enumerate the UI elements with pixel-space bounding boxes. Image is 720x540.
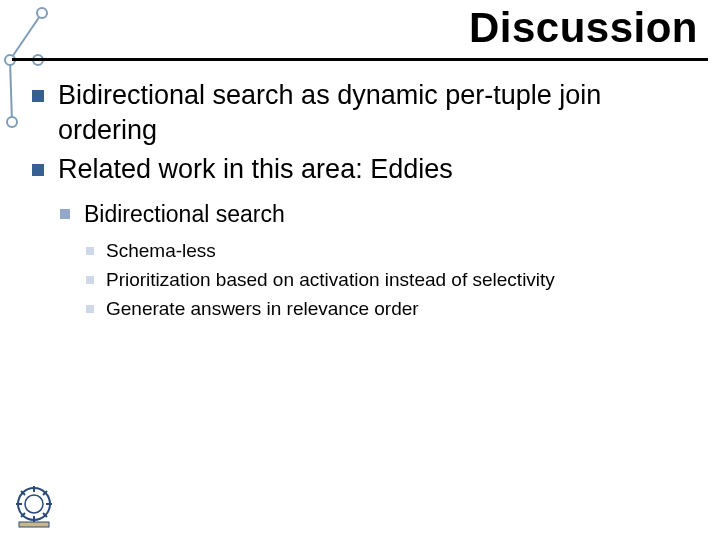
bullet-lvl3: Generate answers in relevance order bbox=[84, 296, 696, 322]
svg-point-3 bbox=[37, 8, 47, 18]
bullet-lvl2: Bidirectional search Schema-less Priorit… bbox=[58, 199, 696, 321]
svg-line-0 bbox=[10, 13, 42, 60]
title-underline bbox=[12, 58, 708, 61]
bullet-text: Bidirectional search bbox=[84, 201, 285, 227]
svg-point-6 bbox=[7, 117, 17, 127]
slide-body: Bidirectional search as dynamic per-tupl… bbox=[30, 78, 696, 327]
bullet-lvl1: Related work in this area: Eddies Bidire… bbox=[30, 152, 696, 321]
bullet-lvl1: Bidirectional search as dynamic per-tupl… bbox=[30, 78, 696, 148]
bullet-text: Related work in this area: Eddies bbox=[58, 154, 453, 184]
svg-point-8 bbox=[25, 495, 43, 513]
svg-line-1 bbox=[10, 60, 12, 122]
svg-rect-17 bbox=[19, 522, 49, 527]
slide-title: Discussion bbox=[469, 4, 698, 52]
institution-logo bbox=[14, 484, 54, 528]
bullet-lvl3: Prioritization based on activation inste… bbox=[84, 267, 696, 293]
bullet-lvl3: Schema-less bbox=[84, 238, 696, 264]
